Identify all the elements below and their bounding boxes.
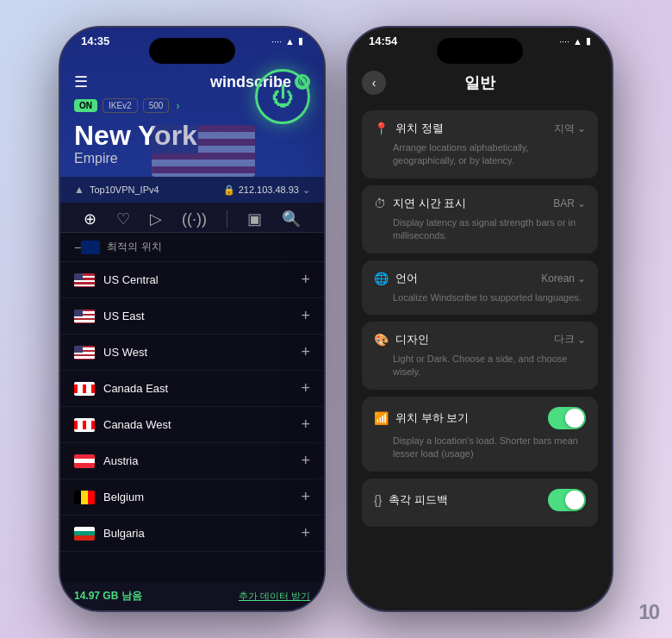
status-icons-right: ···· ▲ ▮ xyxy=(559,35,591,47)
on-badge: ON xyxy=(74,99,97,112)
card-top-2: ⏱ 지연 시간 표시 BAR ⌄ xyxy=(374,196,586,211)
flag-us-central xyxy=(74,273,95,287)
card-left-4: 🎨 디자인 xyxy=(374,332,429,347)
settings-list: 📍 위치 정렬 지역 ⌄ Arrange locations alphabeti… xyxy=(348,103,612,610)
location-name: Austria xyxy=(103,454,301,467)
battery-icon: ▮ xyxy=(298,35,303,47)
location-name: US East xyxy=(103,310,301,322)
add-icon[interactable]: + xyxy=(301,307,310,325)
uk-flag-icon xyxy=(81,241,100,254)
list-item[interactable]: Canada West + xyxy=(60,407,324,443)
list-item[interactable]: Bulgaria + xyxy=(60,516,324,552)
add-icon[interactable]: + xyxy=(301,416,310,434)
desc-location-sort: Arrange locations alphabetically, geogra… xyxy=(374,141,586,168)
card-top-3: 🌐 언어 Korean ⌄ xyxy=(374,271,586,286)
add-icon[interactable]: + xyxy=(301,488,310,506)
tab-refresh-icon[interactable]: ⊕ xyxy=(84,210,96,228)
list-item[interactable]: US Central + xyxy=(60,262,324,298)
desc-language: Localize Windscribe to supported languag… xyxy=(374,291,586,304)
location-name: Belgium xyxy=(103,491,301,504)
load-icon: 📶 xyxy=(374,411,389,425)
chevron-down-sort: ⌄ xyxy=(577,122,586,134)
card-top-6: {} 촉각 피드백 xyxy=(374,489,586,511)
lock-icon: 🔒 xyxy=(223,185,235,196)
add-icon[interactable]: + xyxy=(301,524,310,542)
timer-icon: ⏱ xyxy=(374,197,386,210)
back-button[interactable]: ‹ xyxy=(362,71,386,95)
settings-card-latency: ⏱ 지연 시간 표시 BAR ⌄ Display latency as sign… xyxy=(362,185,598,253)
settings-card-load: 📶 위치 부하 보기 Display a location's load. Sh… xyxy=(362,397,598,472)
network-name: Top10VPN_IPv4 xyxy=(90,185,159,195)
label-language: 언어 xyxy=(395,271,418,286)
vpn-bottom-bar: 14.97 GB 남음 추가 데이터 받기 xyxy=(60,582,324,610)
phone-content-left: ☰ windscribe ⓪ ⏻ ON IKEv2 500 › xyxy=(60,28,324,610)
tab-separator xyxy=(227,210,227,228)
add-icon[interactable]: + xyxy=(301,343,310,361)
toggle-thumb-haptic xyxy=(565,491,584,510)
location-name: US West xyxy=(103,346,301,359)
chevron-down-design: ⌄ xyxy=(577,334,586,346)
card-top-4: 🎨 디자인 다크 ⌄ xyxy=(374,332,586,347)
value-language[interactable]: Korean ⌄ xyxy=(541,272,586,285)
watermark: 10 xyxy=(638,600,658,624)
flag-us-east xyxy=(74,310,95,323)
us-flag-bg xyxy=(152,125,255,177)
add-icon[interactable]: + xyxy=(301,452,310,470)
load-toggle[interactable] xyxy=(548,407,586,429)
list-item[interactable]: US West + xyxy=(60,335,324,371)
add-icon[interactable]: + xyxy=(301,271,310,289)
list-item[interactable]: Austria + xyxy=(60,443,324,479)
settings-card-haptic: {} 촉각 피드백 xyxy=(362,478,598,527)
card-left-2: ⏱ 지연 시간 표시 xyxy=(374,196,466,211)
haptic-toggle[interactable] xyxy=(548,489,586,511)
speed-badge: 500 xyxy=(143,98,170,113)
language-icon: 🌐 xyxy=(374,272,389,285)
wifi-icon-right: ▲ xyxy=(573,36,582,47)
tab-screen-icon[interactable]: ▣ xyxy=(247,210,262,228)
wifi-icon-small: ▲ xyxy=(74,184,84,196)
dynamic-island-left xyxy=(149,38,235,64)
list-item[interactable]: Canada East + xyxy=(60,371,324,407)
flag-canada-west xyxy=(74,418,95,432)
signal-dots: ···· xyxy=(271,36,282,47)
minus-icon: − xyxy=(74,241,81,254)
value-location-sort[interactable]: 지역 ⌄ xyxy=(554,122,586,136)
tab-signal-icon[interactable]: ((·)) xyxy=(182,210,207,228)
label-location-sort: 위치 정렬 xyxy=(395,121,444,136)
list-item[interactable]: Belgium + xyxy=(60,479,324,516)
desc-design: Light or Dark. Choose a side, and choose… xyxy=(374,353,586,379)
label-latency: 지연 시간 표시 xyxy=(393,196,466,211)
flag-austria xyxy=(74,454,95,468)
chevron-down-icon: ⌄ xyxy=(302,185,310,196)
location-icon: 📍 xyxy=(374,122,389,135)
add-icon[interactable]: + xyxy=(301,379,310,397)
signal-dots-right: ···· xyxy=(559,36,569,47)
chevron-right-icon: › xyxy=(176,100,179,112)
back-chevron-icon: ‹ xyxy=(372,76,376,90)
card-left-5: 📶 위치 부하 보기 xyxy=(374,410,469,426)
power-icon: ⏻ xyxy=(271,84,294,110)
value-design[interactable]: 다크 ⌄ xyxy=(554,332,586,347)
flag-belgium xyxy=(74,491,95,504)
tab-search-icon[interactable]: 🔍 xyxy=(282,210,301,228)
phone-content-right: ‹ 일반 📍 위치 정렬 지역 ⌄ Arrange locations a xyxy=(348,28,612,610)
desc-load: Display a location's load. Shorter bars … xyxy=(374,435,586,461)
protocol-badge[interactable]: IKEv2 xyxy=(103,98,138,113)
card-top-5: 📶 위치 부하 보기 xyxy=(374,407,586,429)
power-button[interactable]: ⏻ xyxy=(255,69,310,124)
gb-remaining: 14.97 GB 남음 xyxy=(74,589,142,604)
tab-play-icon[interactable]: ▷ xyxy=(150,210,162,228)
status-icons-left: ···· ▲ ▮ xyxy=(271,35,303,47)
value-latency[interactable]: BAR ⌄ xyxy=(553,197,586,210)
desc-latency: Display latency as signal strength bars … xyxy=(374,216,586,243)
list-item[interactable]: US East + xyxy=(60,298,324,335)
tab-bar: ⊕ ♡ ▷ ((·)) ▣ 🔍 xyxy=(60,203,324,233)
tab-heart-icon[interactable]: ♡ xyxy=(116,210,130,228)
toggle-thumb-load xyxy=(565,409,584,428)
best-location-row: − 최적의 위치 xyxy=(60,233,324,262)
get-data-link[interactable]: 추가 데이터 받기 xyxy=(239,590,310,603)
ip-info: 🔒 212.103.48.93 ⌄ xyxy=(223,185,310,196)
left-phone: 14:35 ···· ▲ ▮ ☰ windscribe ⓪ ⏻ ON IKEv2 xyxy=(59,26,326,612)
settings-card-design: 🎨 디자인 다크 ⌄ Light or Dark. Choose a side,… xyxy=(362,322,598,390)
menu-icon[interactable]: ☰ xyxy=(74,72,88,91)
